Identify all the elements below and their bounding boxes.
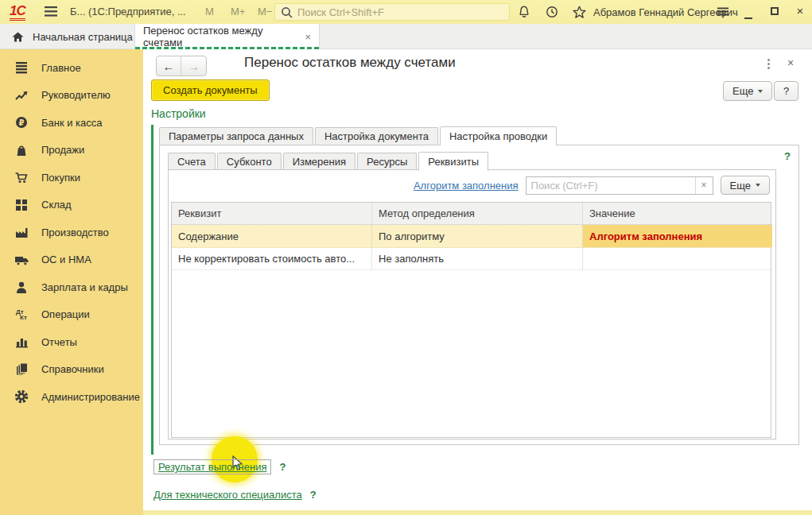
tab-subconto[interactable]: Субконто <box>217 153 282 170</box>
history-icon[interactable] <box>543 4 561 20</box>
zoom-in-button[interactable]: M+ <box>231 6 245 17</box>
column-header-value[interactable]: Значение <box>583 203 772 224</box>
column-header-method[interactable]: Метод определения <box>372 203 583 224</box>
favorites-star-icon[interactable] <box>570 4 588 20</box>
window-minimize-button[interactable] <box>740 6 757 19</box>
svg-text:₽: ₽ <box>19 118 25 127</box>
sidebar-item-manager[interactable]: Руководителю <box>0 82 143 110</box>
sidebar-item-salary-hr[interactable]: Зарплата и кадры <box>0 273 143 301</box>
sidebar-item-main[interactable]: Главное <box>0 54 143 82</box>
technical-specialist-link[interactable]: Для технического специалиста <box>153 489 302 501</box>
sidebar-label: Продажи <box>41 144 84 156</box>
tab-document-settings[interactable]: Настройка документа <box>315 127 438 145</box>
dt-kt-icon: ДтКт <box>14 309 29 320</box>
service-menu-icon[interactable] <box>714 4 732 20</box>
table-row[interactable]: Содержание По алгоритму Алгоритм заполне… <box>172 225 771 248</box>
main-menu-icon[interactable] <box>44 6 58 20</box>
tab-resources[interactable]: Ресурсы <box>357 153 417 170</box>
sidebar-item-operations[interactable]: ДтКт Операции <box>0 301 143 329</box>
cell-value[interactable]: Алгоритм заполнения <box>583 225 772 247</box>
help-button[interactable]: ? <box>774 81 798 101</box>
more-commands-icon[interactable] <box>767 59 770 69</box>
truck-icon <box>14 254 29 266</box>
cell-method[interactable]: По алгоритму <box>372 225 583 247</box>
zoom-normal-button[interactable]: M <box>205 6 214 17</box>
table-header-row: Реквизит Метод определения Значение <box>172 203 771 225</box>
sidebar-item-fixed-assets[interactable]: ОС и НМА <box>0 246 143 274</box>
1c-logo: 1С <box>10 3 25 21</box>
settings-group-bar <box>151 125 153 455</box>
tab-posting-settings[interactable]: Настройка проводки <box>440 126 557 145</box>
attributes-table: Реквизит Метод определения Значение Соде… <box>171 202 771 438</box>
search-clear-icon[interactable]: × <box>695 177 713 194</box>
table-more-button[interactable]: Еще <box>721 176 770 195</box>
posting-settings-panel: Счета Субконто Измерения Ресурсы Реквизи… <box>159 145 799 445</box>
sidebar-label: ОС и НМА <box>41 254 91 265</box>
sidebar-item-warehouse[interactable]: Склад <box>0 192 143 219</box>
attributes-toolbar: Алгоритм заполнения × Еще <box>414 176 770 195</box>
global-search[interactable] <box>274 3 510 21</box>
fill-algorithm-link[interactable]: Алгоритм заполнения <box>414 180 519 192</box>
cell-method[interactable]: Не заполнять <box>372 248 583 269</box>
tab-home-page[interactable]: Начальная страница <box>0 24 135 49</box>
focus-frame: Результат выполнения <box>153 459 271 474</box>
search-icon <box>280 6 293 19</box>
attributes-panel: Алгоритм заполнения × Еще Реквизит Метод… <box>168 169 776 439</box>
sidebar-label: Банк и касса <box>41 117 103 129</box>
window-maximize-button[interactable] <box>766 7 783 18</box>
tab-transfer-balances[interactable]: Перенос остатков между счетами × <box>135 24 320 49</box>
sidebar-item-catalogs[interactable]: Справочники <box>0 356 143 384</box>
tab-doc-label: Перенос остатков между счетами <box>143 25 298 48</box>
column-header-attribute[interactable]: Реквизит <box>172 203 372 224</box>
trend-chart-icon <box>14 89 29 102</box>
panel-help-link[interactable]: ? <box>784 150 791 162</box>
tab-query-parameters[interactable]: Параметры запроса данных <box>159 127 313 145</box>
settings-group-header: Настройки <box>151 107 206 120</box>
window-close-button[interactable]: × <box>793 4 807 17</box>
sidebar-item-administration[interactable]: Администрирование <box>0 383 143 411</box>
dropdown-caret-icon <box>756 184 760 187</box>
execution-result-link[interactable]: Результат выполнения <box>158 461 266 473</box>
history-nav: ← → <box>156 56 207 76</box>
sidebar-label: Зарплата и кадры <box>41 281 128 293</box>
tab-close-icon[interactable]: × <box>305 31 311 43</box>
sidebar-item-production[interactable]: Производство <box>0 219 143 246</box>
sidebar-item-purchases[interactable]: Покупки <box>0 164 143 192</box>
technical-specialist-help[interactable]: ? <box>310 489 317 501</box>
zoom-out-button[interactable]: M− <box>258 6 272 17</box>
dropdown-caret-icon <box>758 90 763 93</box>
tab-home-label: Начальная страница <box>33 31 133 43</box>
global-search-input[interactable] <box>297 6 504 18</box>
sidebar-item-sales[interactable]: Продажи <box>0 137 143 165</box>
menu-lines-icon <box>14 61 29 74</box>
sections-panel: Главное Руководителю ₽ Банк и касса Прод… <box>0 49 143 515</box>
cell-attribute[interactable]: Не корректировать стоимость авто... <box>172 248 372 269</box>
sidebar-label: Отчеты <box>41 336 77 348</box>
back-icon[interactable]: ← <box>157 56 181 76</box>
sidebar-item-bank-cash[interactable]: ₽ Банк и касса <box>0 109 143 137</box>
sidebar-label: Руководителю <box>41 89 111 101</box>
person-icon <box>14 281 29 294</box>
more-button[interactable]: Еще <box>723 81 772 101</box>
create-documents-button[interactable]: Создать документы <box>151 79 270 101</box>
table-row[interactable]: Не корректировать стоимость авто... Не з… <box>172 248 771 270</box>
document-pane: ← → Перенос остатков между счетами × Соз… <box>143 49 812 515</box>
execution-result-help[interactable]: ? <box>279 461 286 473</box>
cell-attribute[interactable]: Содержание <box>172 225 372 247</box>
technical-specialist-row: Для технического специалиста ? <box>153 489 317 501</box>
gear-icon <box>14 389 29 404</box>
tab-attributes[interactable]: Реквизиты <box>418 152 488 171</box>
tab-accounts[interactable]: Счета <box>168 153 216 170</box>
tab-dimensions[interactable]: Измерения <box>283 153 355 170</box>
cell-value[interactable] <box>583 248 772 269</box>
notifications-bell-icon[interactable] <box>515 4 533 20</box>
posting-subtabs: Счета Субконто Измерения Ресурсы Реквизи… <box>168 152 490 170</box>
warehouse-grid-icon <box>14 199 29 211</box>
sidebar-label: Справочники <box>41 363 104 375</box>
window-title: Б... (1С:Предприятие, ... <box>70 6 186 17</box>
pane-close-icon[interactable]: × <box>784 56 797 69</box>
forward-icon[interactable]: → <box>181 56 206 76</box>
page-title: Перенос остатков между счетами <box>244 55 456 71</box>
sidebar-item-reports[interactable]: Отчеты <box>0 328 143 356</box>
table-search-input[interactable] <box>526 177 695 194</box>
